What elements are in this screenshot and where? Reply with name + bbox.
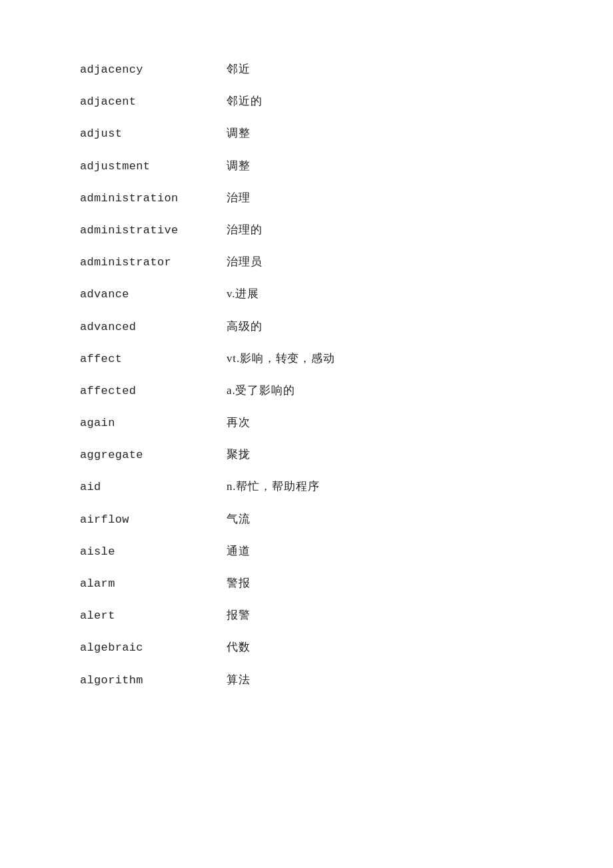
word-chinese: 气流 [227,510,251,528]
word-english: adjustment [80,157,227,175]
word-english: adjacency [80,61,227,79]
word-chinese: 调整 [227,124,251,142]
word-chinese: n.帮忙，帮助程序 [227,477,319,495]
list-item: aidn.帮忙，帮助程序 [80,471,533,503]
list-item: airflow气流 [80,503,533,535]
list-item: aggregate聚拢 [80,439,533,471]
list-item: algebraic代数 [80,631,533,663]
word-chinese: a.受了影响的 [227,381,295,399]
word-chinese: 高级的 [227,317,263,335]
list-item: adjust调整 [80,117,533,149]
word-english: airflow [80,511,227,529]
list-item: adjacency邻近 [80,53,533,85]
list-item: again再次 [80,407,533,439]
word-english: algebraic [80,639,227,657]
word-english: advanced [80,318,227,336]
word-chinese: 邻近 [227,60,251,78]
word-chinese: 算法 [227,671,251,689]
list-item: aisle通道 [80,535,533,567]
word-chinese: 调整 [227,157,251,175]
word-english: advance [80,285,227,303]
list-item: adjustment调整 [80,150,533,182]
word-chinese: 报警 [227,606,251,624]
word-english: aid [80,478,227,496]
list-item: administrator治理员 [80,246,533,278]
word-english: algorithm [80,671,227,689]
list-item: administrative治理的 [80,214,533,246]
word-chinese: v.进展 [227,285,259,303]
word-english: administrator [80,253,227,271]
word-chinese: 聚拢 [227,445,251,463]
word-chinese: vt.影响，转变，感动 [227,349,335,367]
list-item: advanced高级的 [80,311,533,343]
word-english: aisle [80,543,227,561]
word-english: adjust [80,125,227,143]
word-chinese: 邻近的 [227,92,263,110]
list-item: algorithm算法 [80,664,533,696]
list-item: affecteda.受了影响的 [80,375,533,407]
word-chinese: 治理的 [227,221,263,239]
word-chinese: 警报 [227,574,251,592]
word-english: aggregate [80,446,227,464]
word-english: administrative [80,221,227,239]
word-list: adjacency邻近adjacent邻近的adjust调整adjustment… [80,53,533,696]
word-chinese: 治理员 [227,253,263,271]
word-chinese: 通道 [227,542,251,560]
list-item: administration治理 [80,182,533,214]
word-english: again [80,414,227,432]
word-english: administration [80,189,227,207]
list-item: affectvt.影响，转变，感动 [80,343,533,375]
word-chinese: 代数 [227,638,251,656]
word-english: affect [80,350,227,368]
word-chinese: 再次 [227,413,251,431]
word-chinese: 治理 [227,189,251,207]
word-english: affected [80,382,227,400]
word-english: alert [80,607,227,625]
list-item: advancev.进展 [80,278,533,310]
list-item: alert报警 [80,599,533,631]
list-item: alarm警报 [80,567,533,599]
word-english: alarm [80,575,227,593]
word-english: adjacent [80,93,227,111]
list-item: adjacent邻近的 [80,85,533,117]
